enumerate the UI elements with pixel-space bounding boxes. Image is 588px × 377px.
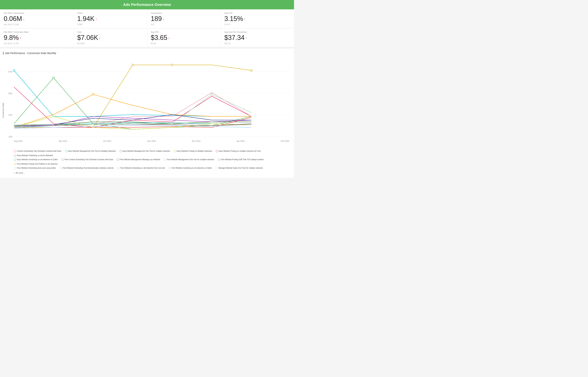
svg-point-7 [211,94,213,95]
metric-conversions: Conversions 189 ↓ 414 [147,9,221,28]
legend-label: Easy Website Posting on multiple network… [219,150,261,153]
metric-clicks: Clicks 1.94K ↓ 3.36K [73,9,147,28]
legend-row: Easy Website monitoring on all networks … [14,158,291,166]
legend-dot [216,150,218,152]
legend-item: Free Website monitoring on all networks … [168,166,212,170]
metric-cpc-label: Avg CPC [151,31,217,33]
metric-ctr-sub: 2.97% [224,23,290,25]
metrics-row-2: Feb 2023: Conversion Rate 9.8% ↓ Jan 202… [0,28,294,47]
metric-clicks-label: Clicks [77,12,143,14]
legend-more[interactable]: + 36 more... [14,171,25,175]
chart-container: Conversion Rate 10% 34% 58% 82% [3,58,291,146]
x-label-oct: Oct 2022 [103,140,111,142]
legend-item: Free Website Scheduling Auto post using … [14,166,56,170]
impressions-arrow: ↓ [23,17,25,21]
metric-ctr-value: 3.15% ↑ [224,15,290,23]
legend-item: Free Content Scheduling Tool Schedule Co… [62,158,113,161]
metric-cost-label: Cost [77,31,143,33]
metric-avg-ctr: Avg CTR 3.15% ↑ 2.97% [221,9,294,28]
legend-item: Free Website Management One Tool for mul… [164,158,214,161]
legend-dot [215,167,218,169]
legend-dot [174,150,176,152]
legend-label: Easy Website Posting on Multiple Network… [177,150,212,153]
metric-conversions-sub: 414 [151,23,217,25]
legend-item: Free Website Posting Tool Publish on all… [14,162,57,166]
legend-label: Manage Website Easily One Tool for multi… [218,166,263,170]
legend-item: Easy Website Posting on Multiple Network… [174,150,212,153]
legend-rows: Content Scheduling Tool Schedule Content… [14,150,291,170]
legend-label: Content Scheduling Tool Schedule Content… [17,150,61,153]
metric-impressions-sub: Jan 2023: 0.11M [4,23,70,25]
legend-dot [14,154,16,157]
metric-cost-value: $7.06K ↓ [77,34,143,42]
legend-dot [62,159,64,161]
metric-conversions-value: 189 ↓ [151,15,217,23]
svg-point-3 [132,64,134,66]
legend-dot [14,159,16,161]
legend-item: Free Website Management Manage your Webs… [117,158,160,161]
clicks-arrow: ↓ [95,17,97,21]
legend-label: Free Website Posting Tool Publish on all… [17,162,57,166]
legend-area: Content Scheduling Tool Schedule Content… [3,150,291,175]
legend-item: Easy Website Management One Tool for Mul… [65,150,116,153]
legend-label: Free Content Scheduling Tool Schedule Co… [65,158,113,161]
metric-conv-rate-sub: Jan 2023: 12.3% [4,42,70,45]
legend-label: Free Website Management One Tool for mul… [167,158,214,161]
legend-dot [14,163,16,165]
chart-section: Ads Performance - Conversion Rate Monthl… [0,49,294,178]
metric-cost: Cost $7.06K ↓ $13.05K [73,28,147,47]
legend-label: Free Website Scheduling Auto post using … [17,166,56,170]
legend-label: Free Website Management Manage your Webs… [120,158,160,161]
legend-dot [218,159,220,161]
legend-row: Free Website Scheduling Auto post using … [14,166,291,170]
page-header: Ads Performance Overview [0,0,294,9]
metric-conv-rate-value: 9.8% ↓ [4,34,70,42]
legend-dot [117,159,119,161]
metric-cpc-sub: $3.88 [151,42,217,45]
svg-point-4 [171,64,173,66]
metric-cpconv-label: Avg Cost Per Conversion [224,31,290,33]
page-wrapper: Ads Performance Overview Feb 2023: Impre… [0,0,294,178]
x-label-nov: Nov 2022 [147,140,156,142]
legend-item: Easy Website monitoring on all networks … [14,158,58,161]
chart-svg [14,59,289,137]
legend-item: Free Website Posting S/W That YOU always… [218,158,263,161]
metric-cpconv-sub: $31.51 [224,42,290,45]
ctr-arrow: ↑ [244,17,246,21]
legend-item: Free Website Scheduling on all networks … [117,166,165,170]
metric-clicks-value: 1.94K ↓ [77,15,143,23]
y-label-34: 34% [9,114,12,116]
x-labels: Aug 2022 Sep 2022 Oct 2022 Nov 2022 Dec … [14,140,289,142]
cpconv-arrow: ↑ [245,36,247,40]
legend-label: Easy Website Management One Tool for mul… [123,150,170,153]
metric-cost-sub: $13.05K [77,42,143,45]
cost-arrow: ↓ [99,36,101,40]
header-title: Ads Performance Overview [123,3,171,7]
metrics-row-1: Feb 2023: Impressions 0.06M ↓ Jan 2023: … [0,9,294,28]
conversions-arrow: ↓ [163,17,164,21]
legend-item: Easy Website Management One Tool for mul… [120,150,170,153]
chart-area: 10% 34% 58% 82% [14,59,289,137]
cpc-arrow: ↓ [168,36,170,40]
y-label-82: 82% [9,71,12,73]
metric-conversions-label: Conversions [151,12,217,14]
x-label-jan: Jan 2023 [237,140,245,142]
legend-label: Free Website Scheduling on all networks … [120,166,165,170]
legend-item: Manage Website Easily One Tool for multi… [215,166,263,170]
legend-dot [60,167,62,169]
legend-dot [65,150,67,152]
metric-avg-cost-per-conv: Avg Cost Per Conversion $37.34 ↑ $31.51 [221,28,294,47]
legend-item: Free Website Scheduling Tool Automatical… [60,166,114,170]
svg-point-1 [53,77,55,79]
legend-dot [164,159,166,161]
y-axis-label: Conversion Rate [2,103,4,118]
legend-dot [168,167,170,169]
legend-item: Easy Website Publishing on all the Websi… [14,154,53,157]
x-label-dec: Dec 2022 [192,140,201,142]
legend-dot [117,167,119,169]
legend-label: Easy Website Management One Tool for Mul… [68,150,116,153]
legend-label: Free Website Scheduling Tool Automatical… [63,166,114,170]
svg-point-0 [13,70,15,71]
svg-point-2 [92,94,94,95]
legend-item: Content Scheduling Tool Schedule Content… [14,150,61,153]
